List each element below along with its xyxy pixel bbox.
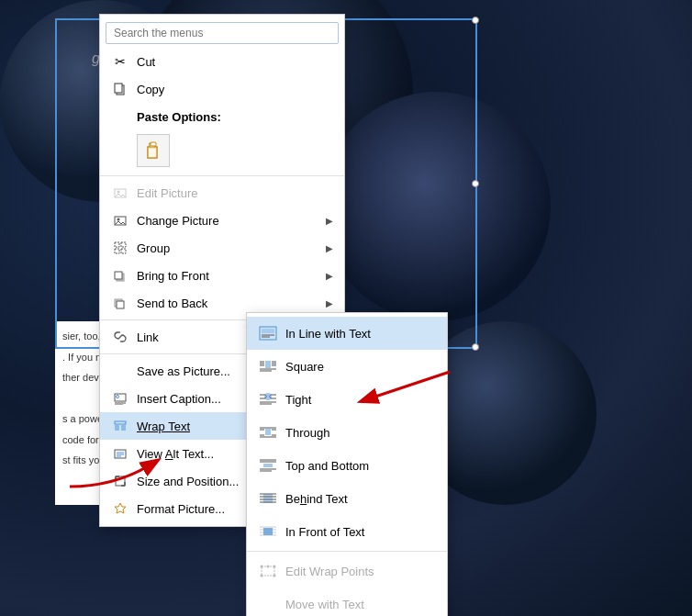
behind-wrap-icon (258, 488, 278, 509)
menu-item-paste-options: Paste Options: (100, 103, 344, 130)
menu-item-bring-front[interactable]: Bring to Front ▶ (100, 262, 344, 289)
svg-point-7 (117, 191, 120, 194)
move-text-icon (258, 594, 278, 614)
submenu-item-move-with-text[interactable]: Move with Text (247, 588, 447, 616)
resize-handle-mr[interactable] (472, 180, 479, 187)
send-back-arrow: ▶ (326, 298, 333, 308)
front-wrap-icon (258, 521, 278, 542)
scissors-icon: ✂ (111, 52, 129, 71)
svg-rect-10 (115, 242, 119, 247)
menu-item-copy[interactable]: Copy (100, 75, 344, 103)
bring-front-arrow: ▶ (326, 271, 333, 281)
svg-rect-41 (262, 329, 274, 333)
svg-rect-13 (121, 249, 126, 253)
paste-button[interactable] (137, 134, 170, 167)
resize-handle-tr[interactable] (472, 17, 479, 24)
svg-point-81 (261, 575, 263, 577)
copy-label: Copy (137, 83, 333, 96)
svg-rect-23 (115, 421, 126, 424)
edit-wrap-icon (258, 561, 278, 581)
arrow-left (61, 441, 180, 496)
resize-handle-br[interactable] (472, 343, 479, 351)
menu-item-edit-picture[interactable]: Edit Picture (100, 179, 344, 207)
svg-rect-11 (121, 242, 126, 247)
through-label: Through (285, 426, 436, 440)
submenu-item-in-front-text[interactable]: In Front of Text (247, 515, 447, 548)
paste-options-label: Paste Options: (137, 110, 333, 124)
svg-point-83 (267, 566, 270, 568)
paste-options-icon (111, 107, 129, 126)
change-picture-arrow: ▶ (326, 216, 333, 226)
svg-marker-39 (115, 503, 126, 513)
inline-text-label: In Line with Text (285, 327, 436, 341)
menu-item-cut[interactable]: ✂ Cut (100, 48, 344, 75)
svg-rect-77 (263, 528, 273, 535)
separator-1 (100, 175, 344, 176)
svg-rect-17 (117, 301, 124, 308)
square-wrap-icon (258, 356, 278, 376)
send-back-label: Send to Back (137, 297, 322, 310)
change-picture-icon (111, 211, 129, 230)
svg-point-79 (261, 566, 263, 568)
svg-rect-50 (265, 361, 271, 368)
move-with-text-label: Move with Text (285, 598, 436, 611)
in-front-text-label: In Front of Text (285, 525, 436, 539)
svg-point-82 (273, 575, 276, 577)
bring-front-icon (111, 266, 129, 285)
group-arrow: ▶ (326, 243, 333, 253)
svg-rect-5 (151, 142, 156, 146)
top-bottom-wrap-icon (258, 455, 278, 476)
wrap-text-submenu: In Line with Text Square (246, 312, 448, 616)
wrap-text-icon (111, 417, 129, 435)
submenu-item-through[interactable]: Through (247, 416, 447, 449)
svg-rect-4 (148, 147, 157, 158)
svg-rect-15 (115, 272, 122, 279)
submenu-item-behind-text[interactable]: Behind Text (247, 482, 447, 515)
submenu-item-top-bottom[interactable]: Top and Bottom (247, 449, 447, 482)
submenu-item-inline-text[interactable]: In Line with Text (247, 317, 447, 350)
paste-icon-area (100, 130, 344, 173)
group-label: Group (137, 241, 322, 255)
submenu-separator (247, 551, 447, 552)
edit-wrap-points-label: Edit Wrap Points (285, 565, 436, 578)
change-picture-label: Change Picture (137, 214, 322, 228)
send-back-icon (111, 294, 129, 312)
menu-search-input[interactable] (106, 22, 339, 44)
menu-item-group[interactable]: Group ▶ (100, 234, 344, 262)
edit-picture-icon (111, 184, 129, 202)
top-bottom-label: Top and Bottom (285, 459, 436, 473)
save-as-picture-icon (111, 362, 129, 380)
behind-text-label: Behind Text (285, 492, 436, 506)
svg-point-9 (117, 218, 120, 221)
insert-caption-icon (111, 389, 129, 408)
through-wrap-icon (258, 422, 278, 442)
bring-front-label: Bring to Front (137, 269, 322, 283)
svg-line-18 (118, 335, 122, 339)
inline-text-icon (258, 323, 278, 343)
svg-rect-65 (263, 464, 273, 467)
arrow-right (349, 363, 459, 418)
cut-label: Cut (137, 55, 333, 69)
svg-point-53 (264, 393, 272, 400)
group-icon (111, 239, 129, 257)
copy-icon (111, 80, 129, 98)
menu-item-change-picture[interactable]: Change Picture ▶ (100, 207, 344, 234)
svg-point-20 (117, 396, 119, 398)
svg-rect-12 (115, 249, 119, 253)
svg-rect-1 (115, 84, 122, 93)
svg-rect-59 (265, 429, 271, 435)
edit-picture-label: Edit Picture (137, 186, 333, 200)
link-icon (111, 328, 129, 346)
svg-point-80 (273, 566, 276, 568)
format-picture-icon (111, 499, 129, 518)
submenu-item-edit-wrap-points[interactable]: Edit Wrap Points (247, 554, 447, 588)
tight-wrap-icon (258, 389, 278, 409)
